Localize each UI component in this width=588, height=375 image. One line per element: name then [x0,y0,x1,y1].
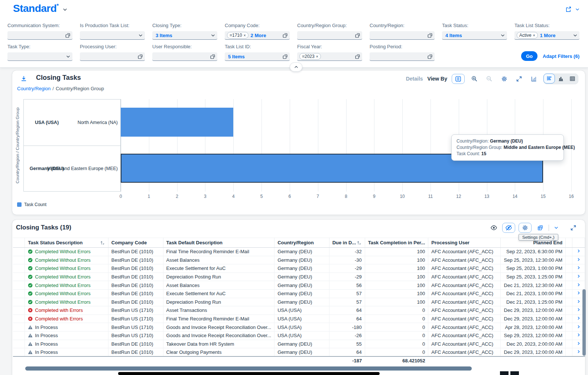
vertical-scrollbar-thumb[interactable] [582,289,586,356]
hide-details-eye-slash-icon[interactable] [502,223,515,233]
table-row[interactable]: Completed Without ErrorsBestRun DE (1010… [13,264,585,273]
value-help-icon[interactable] [65,33,71,38]
filter-input[interactable] [80,52,145,61]
chevron-down-icon[interactable] [211,33,215,38]
value-help-icon[interactable] [210,54,215,59]
table-row[interactable]: In ProcessBestRun DE (1010)Takeover Data… [13,340,585,348]
chevron-down-icon[interactable] [138,33,143,38]
filter-input[interactable] [7,31,72,40]
table-row[interactable]: Completed Without ErrorsBestRun DE (1010… [13,298,585,306]
filter-select[interactable] [7,52,72,61]
go-button[interactable]: Go [521,51,537,61]
token-remove-icon[interactable]: × [533,33,535,38]
filter-token[interactable]: =2023× [299,53,321,60]
column-header-task[interactable]: Task Default Description [163,238,274,248]
filter-more-link[interactable]: 2 More [251,33,266,38]
column-header-due[interactable]: Due in D... [329,238,365,248]
table-row[interactable]: Completed Without ErrorsBestRun DE (1010… [13,281,585,290]
cell-status: Completed with Errors [25,314,108,323]
row-navigation-chevron[interactable] [572,264,585,273]
cell-status: Completed Without Errors [25,298,108,306]
cell-due: -29 [329,264,365,273]
cell-user: AFC Accountant (AFC_ACC) [428,264,501,273]
value-help-icon[interactable] [282,54,288,59]
value-help-icon[interactable] [427,33,433,38]
table-row[interactable]: Completed Without ErrorsBestRun DE (1010… [13,273,585,281]
table-row[interactable]: Completed with ErrorsBestRun US (1710)As… [13,306,585,315]
filter-input[interactable]: =1710×2 More [225,31,290,40]
column-chart-icon[interactable] [555,74,566,84]
chart-legend[interactable]: Task Count [17,202,46,207]
token-remove-icon[interactable]: × [316,55,318,59]
column-header-status[interactable]: Task Status Description [25,238,108,248]
value-help-icon[interactable] [427,54,433,59]
filter-more-link[interactable]: 1 More [540,33,556,38]
table-fullscreen-icon[interactable] [568,223,578,233]
chart-selection-icon[interactable] [529,74,539,84]
filter-select[interactable]: 4 Items [442,31,507,40]
adapt-filters-link[interactable]: Adapt Filters (6) [543,52,579,61]
zoom-in-icon[interactable] [469,74,480,84]
table-view-icon[interactable] [566,74,578,84]
value-help-icon[interactable] [355,33,360,38]
export-menu-chevron-icon[interactable] [552,223,560,233]
row-navigation-chevron[interactable] [572,248,585,256]
filter-input[interactable] [152,52,217,61]
column-header-completion[interactable]: Task Completion in Per... [365,238,428,248]
status-indicator: Completed Without Errors [28,291,105,296]
bar-chart-icon[interactable] [543,74,555,84]
table-row[interactable]: In ProcessBestRun US (1710)Goods and Inv… [13,323,585,332]
table-row[interactable]: In ProcessBestRun DE (1010)Clear Outgoin… [13,348,585,357]
filter-input[interactable]: =2023× [297,52,362,61]
value-help-icon[interactable] [137,54,143,59]
chevron-down-icon[interactable] [573,33,578,38]
filter-select[interactable] [80,31,145,40]
filter-select[interactable]: 3 Items [152,31,217,40]
column-header-user[interactable]: Processing User [428,238,501,248]
table-row[interactable]: Completed Without ErrorsBestRun DE (1010… [13,289,585,298]
filter-input[interactable] [297,31,362,40]
column-header-country[interactable]: Country/Region [274,238,329,248]
collapse-filter-bar-button[interactable] [290,62,302,72]
cell-status: In Process [25,348,108,357]
table-row[interactable]: Completed Without ErrorsBestRun DE (1010… [13,248,585,256]
download-icon[interactable] [20,75,27,82]
export-icon[interactable] [535,223,545,233]
filter-input[interactable]: 5 Items [225,52,290,61]
filter-input[interactable] [370,31,435,40]
table-settings-gear-icon[interactable] [519,223,532,233]
table-row[interactable]: Completed with ErrorsBestRun US (1710)Fi… [13,314,585,323]
filter-token[interactable]: Active× [517,32,538,39]
chart-fullscreen-icon[interactable] [514,74,524,84]
chevron-down-icon[interactable] [575,7,580,12]
page-title: Standard* [13,2,59,15]
view-by-button[interactable]: View By [428,76,447,82]
table-row[interactable]: In ProcessBestRun US (1710)Goods and Inv… [13,331,585,340]
chart-bar[interactable] [121,108,233,137]
filter-input[interactable] [370,52,435,61]
cutoff-bar [118,372,380,375]
cell-task: Asset Balances [163,256,274,264]
chevron-down-icon[interactable] [66,54,71,59]
row-navigation-chevron[interactable] [572,273,585,281]
table-row[interactable]: Completed Without ErrorsBestRun DE (1010… [13,256,585,264]
breadcrumb-link-country-region[interactable]: Country/Region [17,86,51,91]
filter-token[interactable]: =1710× [227,32,248,39]
column-header-company[interactable]: Company Code [108,238,163,248]
variant-selector[interactable]: Standard* [13,2,68,15]
show-details-eye-icon[interactable] [488,223,499,233]
chart-settings-gear-icon[interactable] [499,74,509,84]
filter-label: Fiscal Year: [297,44,362,50]
horizontal-scrollbar-thumb[interactable] [25,366,472,371]
row-navigation-chevron[interactable] [572,256,585,264]
row-navigation-chevron[interactable] [572,281,585,290]
share-icon[interactable] [565,6,572,13]
value-help-icon[interactable] [355,54,360,59]
chevron-down-icon[interactable] [62,7,68,12]
legend-toggle-button[interactable] [452,74,465,84]
filter-select[interactable]: Active×1 More [514,31,579,40]
chevron-down-icon[interactable] [500,33,505,38]
token-remove-icon[interactable]: × [244,33,246,38]
warning-status-icon [28,342,33,346]
value-help-icon[interactable] [282,33,288,38]
